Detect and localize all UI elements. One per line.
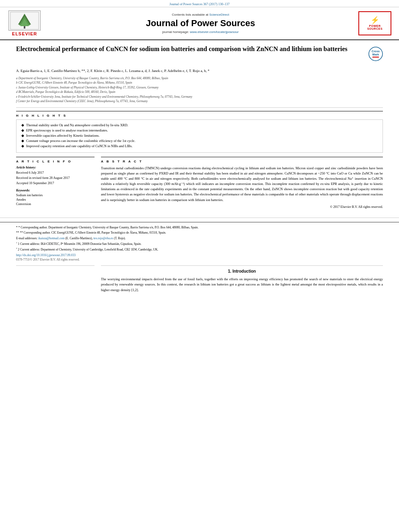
highlights-title: H I G H L I G H T S bbox=[16, 111, 383, 117]
article-history: Article history: Received 6 July 2017 Re… bbox=[16, 166, 95, 186]
svg-text:Mark: Mark bbox=[372, 53, 379, 56]
journal-title-center: Contents lists available at ScienceDirec… bbox=[43, 13, 358, 34]
bullet-icon: ◆ bbox=[21, 144, 24, 148]
affiliations-section: a Department of Inorganic Chemistry, Uni… bbox=[16, 76, 383, 108]
elsevier-logo: ELSEVIER bbox=[6, 10, 43, 36]
article-info-abstract-section: A R T I C L E I N F O Article history: R… bbox=[16, 157, 383, 209]
affiliation-line: e Friedrich-Schiller-University Jena, In… bbox=[16, 95, 383, 99]
abstract-column: A B S T R A C T Transition metal carbodi… bbox=[101, 157, 383, 209]
article-info-column: A R T I C L E I N F O Article history: R… bbox=[16, 157, 95, 209]
footnote-corresponding2: ** ** Corresponding author. CIC EnergiGU… bbox=[16, 231, 383, 235]
intro-right-col: 1. Introduction The worrying environment… bbox=[101, 265, 383, 293]
highlight-text: Thermal stability under O₂ and N₂ atmosp… bbox=[26, 123, 128, 127]
power-sources-text: POWERSOURCES bbox=[367, 25, 383, 30]
journal-url[interactable]: www.elsevier.com/locate/jpowsour bbox=[190, 30, 239, 34]
doi-line: http://dx.doi.org/10.1016/j.jpowsour.201… bbox=[16, 253, 383, 257]
highlights-box: ◆Thermal stability under O₂ and N₂ atmos… bbox=[16, 119, 383, 153]
journal-name: Journal of Power Sources bbox=[43, 18, 358, 29]
keywords-section: Keywords: Sodium ion batteriesAnodesConv… bbox=[16, 189, 95, 206]
keywords-label: Keywords: bbox=[16, 189, 95, 192]
bullet-icon: ◆ bbox=[21, 123, 24, 127]
affiliation-line: d BCMaterials, Parque Tecnológico de Biz… bbox=[16, 90, 383, 94]
received-date: Received 6 July 2017 bbox=[16, 170, 95, 175]
power-sources-logo: ⚡ POWERSOURCES bbox=[358, 11, 393, 35]
main-content: Electrochemical performance of CuNCN for… bbox=[0, 40, 399, 214]
highlight-text: Constant voltage process can increase th… bbox=[26, 139, 135, 143]
intro-text: The worrying environmental impacts deriv… bbox=[101, 277, 383, 293]
affiliation-line: b CIC EnergiGUNE, C/Albert Einstein 48, … bbox=[16, 81, 383, 85]
highlight-item: ◆Thermal stability under O₂ and N₂ atmos… bbox=[21, 123, 378, 127]
intro-left-spacer bbox=[16, 265, 95, 293]
received-revised-date: Received in revised form 28 August 2017 bbox=[16, 176, 95, 180]
intro-title: 1. Introduction bbox=[101, 269, 383, 273]
journal-citation-bar: Journal of Power Sources 367 (2017) 130–… bbox=[0, 0, 399, 7]
elsevier-brand: ELSEVIER bbox=[12, 31, 37, 36]
sciencedirect-link[interactable]: ScienceDirect bbox=[209, 13, 229, 16]
highlight-item: ◆Improved capacity retention and rate ca… bbox=[21, 144, 378, 148]
footnote-emails: E-mail addresses: ikaisza@hotmail.com (E… bbox=[16, 236, 383, 241]
affiliation-line: f Center for Energy and Environmental Ch… bbox=[16, 99, 383, 104]
bullet-icon: ◆ bbox=[21, 128, 24, 132]
accepted-date: Accepted 10 September 2017 bbox=[16, 181, 95, 185]
keyword-item: Conversion bbox=[16, 202, 95, 206]
footnote-corresponding1: * * Corresponding author. Department of … bbox=[16, 226, 383, 230]
abstract-title: A B S T R A C T bbox=[101, 160, 383, 163]
footnotes-area: * * Corresponding author. Department of … bbox=[0, 222, 399, 262]
authors-line: A. Eguia-Barrio a, 1, E. Castillo-Martín… bbox=[16, 68, 383, 74]
bullet-icon: ◆ bbox=[21, 134, 24, 138]
section-divider bbox=[0, 218, 399, 218]
keyword-item: Sodium ion batteries bbox=[16, 193, 95, 197]
email2-link[interactable]: teo.rojo@ehu.es bbox=[93, 236, 114, 240]
email1-link[interactable]: ikaisza@hotmail.com bbox=[38, 236, 65, 240]
footnote2: 2 2 Current address: Department of Chemi… bbox=[16, 247, 383, 252]
highlight-text: Irreversible capacities affected by Kine… bbox=[26, 134, 100, 138]
lightning-icon: ⚡ bbox=[370, 16, 379, 24]
highlight-text: Improved capacity retention and rate cap… bbox=[26, 144, 132, 148]
history-label: Article history: bbox=[16, 166, 95, 169]
bullet-icon: ◆ bbox=[21, 139, 24, 143]
elsevier-tree-image bbox=[8, 10, 41, 31]
article-title-section: Electrochemical performance of CuNCN for… bbox=[16, 45, 383, 64]
highlights-section: H I G H L I G H T S ◆Thermal stability u… bbox=[16, 111, 383, 153]
journal-citation: Journal of Power Sources 367 (2017) 130–… bbox=[169, 2, 229, 6]
introduction-section: 1. Introduction The worrying environment… bbox=[0, 261, 399, 297]
footnote1: 1 1 Current address: IK4-CIDETEC, Pº Mir… bbox=[16, 242, 383, 246]
doi-link[interactable]: http://dx.doi.org/10.1016/j.jpowsour.201… bbox=[16, 253, 76, 257]
affiliation-line: a Department of Inorganic Chemistry, Uni… bbox=[16, 76, 383, 81]
svg-text:Cross: Cross bbox=[372, 50, 380, 53]
journal-homepage: journal homepage: www.elsevier.com/locat… bbox=[43, 30, 358, 34]
highlight-item: ◆Irreversible capacities affected by Kin… bbox=[21, 134, 378, 138]
article-info-title: A R T I C L E I N F O bbox=[16, 160, 95, 163]
abstract-text: Transition metal carbodiimides (TMNCN) u… bbox=[101, 166, 383, 203]
contents-available-text: Contents lists available at ScienceDirec… bbox=[43, 13, 358, 16]
article-title-text: Electrochemical performance of CuNCN for… bbox=[16, 45, 368, 53]
copyright-line: © 2017 Elsevier B.V. All rights reserved… bbox=[101, 205, 383, 209]
keyword-item: Anodes bbox=[16, 198, 95, 201]
crossmark-icon: Cross Mark bbox=[368, 47, 383, 61]
page: Journal of Power Sources 367 (2017) 130–… bbox=[0, 0, 399, 532]
issn-line: 0378-7753/© 2017 Elsevier B.V. All right… bbox=[16, 258, 383, 261]
highlight-item: ◆Constant voltage process can increase t… bbox=[21, 139, 378, 143]
highlight-item: ◆EPR spectroscopy is used to analyse rea… bbox=[21, 128, 378, 132]
highlight-text: EPR spectroscopy is used to analyse reac… bbox=[26, 128, 108, 132]
journal-header: ELSEVIER Contents lists available at Sci… bbox=[0, 7, 399, 40]
affiliation-line: c Justus-Liebig-University Giessen, Inst… bbox=[16, 86, 383, 90]
